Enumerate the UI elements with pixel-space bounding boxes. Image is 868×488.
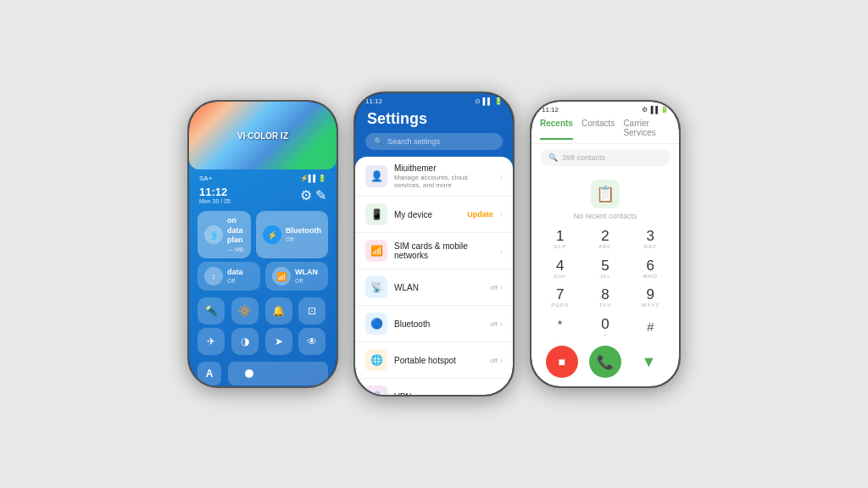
mobile-data-icon: ↕ xyxy=(204,267,223,286)
p2-time: 11:12 xyxy=(365,97,382,105)
bell-btn[interactable]: 🔔 xyxy=(265,297,292,324)
phone1-date: Mon 30 / 05 xyxy=(199,198,231,204)
eye-btn[interactable]: 👁 xyxy=(298,328,326,355)
dial-4[interactable]: 4 GHI xyxy=(538,255,581,283)
dialer-tabs: Recents Contacts Carrier Services xyxy=(531,115,679,144)
mydevice-info: My device xyxy=(394,210,460,219)
phone1-icon-row2: 🔦 🔆 🔔 ⊡ xyxy=(189,294,337,328)
dial-9[interactable]: 9 WXYZ xyxy=(629,284,672,312)
down-arrow-icon: ▼ xyxy=(641,353,656,371)
settings-item-hotspot[interactable]: 🌐 Portable hotspot off › xyxy=(355,342,513,379)
wlan-settings-icon: 📡 xyxy=(365,276,387,298)
wifi-icon: 📶 xyxy=(272,267,291,286)
miuithemer-title: Miuithemer xyxy=(394,164,493,173)
phone1-status-right: ⚡▌▌🔋 xyxy=(300,175,326,182)
chevron-right-icon-3: › xyxy=(500,247,503,256)
flashlight-btn[interactable]: 🔦 xyxy=(198,297,225,324)
search-icon: 🔍 xyxy=(374,137,383,146)
search-icon-phone3: 🔍 xyxy=(548,153,558,162)
settings-search[interactable]: 🔍 Search settings xyxy=(365,133,503,150)
phone1-status-bar: SA+ ⚡▌▌🔋 xyxy=(189,169,337,184)
dial-5[interactable]: 5 JKL xyxy=(583,255,626,283)
wlan-sub: Off xyxy=(295,277,318,285)
phone1-screen: SA+ ⚡▌▌🔋 11:12 Mon 30 / 05 ⚙ ✎ 💧 on data… xyxy=(189,102,337,388)
screen-btn[interactable]: ⊡ xyxy=(298,297,326,324)
dial-6[interactable]: 6 MNO xyxy=(629,255,672,283)
dial-hash[interactable]: # xyxy=(629,313,672,341)
tab-recents[interactable]: Recents xyxy=(540,119,573,140)
torch-btn[interactable]: 🔆 xyxy=(231,297,259,324)
settings-item-sim[interactable]: 📶 SIM cards & mobile networks › xyxy=(355,233,513,269)
dial-1[interactable]: 1 GLP xyxy=(538,225,581,253)
sim-icon: 📶 xyxy=(365,240,387,262)
phone3-status-bar: 11:12 ⚙ ▌▌🔋 xyxy=(531,102,679,115)
data-tile[interactable]: 💧 on data plan — MB xyxy=(198,211,251,258)
dial-8[interactable]: 8 TUV xyxy=(583,284,626,312)
end-call-button[interactable]: ■ xyxy=(546,346,578,378)
chevron-right-icon-5: › xyxy=(500,319,503,329)
settings-item-bluetooth[interactable]: 🔵 Bluetooth off › xyxy=(355,306,513,342)
vpn-title: VPN xyxy=(394,392,493,396)
bluetooth-tile-title: Bluetooth xyxy=(286,226,321,236)
data-tile-title: on data plan xyxy=(227,216,244,246)
phone2-screen: 11:12 ⊙ ▌▌ 🔋 Settings 🔍 Search settings … xyxy=(355,93,513,395)
wlan-settings-title: WLAN xyxy=(394,283,483,292)
settings-item-mydevice[interactable]: 📱 My device Update › xyxy=(355,197,513,233)
wlan-status: off › xyxy=(490,283,503,292)
bluetooth-settings-title: Bluetooth xyxy=(394,319,483,329)
phone1-action-icons: ⚙ ✎ xyxy=(300,187,326,203)
dial-star[interactable]: * , xyxy=(538,313,581,341)
settings-item-miuithemer[interactable]: 👤 Miuithemer Manage accounts, cloud serv… xyxy=(355,157,513,197)
hotspot-title: Portable hotspot xyxy=(394,356,483,365)
settings-icon[interactable]: ⚙ xyxy=(300,187,312,203)
call-icon: 📞 xyxy=(597,354,614,370)
location-btn[interactable]: ➤ xyxy=(265,328,292,355)
phone1-time-row: 11:12 Mon 30 / 05 ⚙ ✎ xyxy=(189,184,337,208)
chevron-right-icon-2: › xyxy=(500,210,503,219)
wlan-tile[interactable]: 📶 WLAN Off xyxy=(265,262,328,291)
dial-2[interactable]: 2 ABC xyxy=(583,225,626,253)
data-icon: 💧 xyxy=(204,225,223,244)
tab-carrier[interactable]: Carrier Services xyxy=(623,119,670,140)
data-tile-sub: — MB xyxy=(227,246,244,253)
settings-item-wlan[interactable]: 📡 WLAN off › xyxy=(355,269,513,306)
phone1-row2-tiles: ↕ data Off 📶 WLAN Off xyxy=(189,262,337,294)
dialer-bottom-bar: ■ 📞 ▼ xyxy=(531,341,679,386)
settings-item-vpn[interactable]: 🔒 VPN › xyxy=(355,379,513,395)
wlan-off-label: off xyxy=(490,284,498,291)
bluetooth-status: off › xyxy=(490,319,503,329)
a-button[interactable]: A xyxy=(198,362,221,385)
mydevice-icon: 📱 xyxy=(365,203,387,225)
dial-0[interactable]: 0 + xyxy=(583,313,626,341)
phone-2: 11:12 ⊙ ▌▌ 🔋 Settings 🔍 Search settings … xyxy=(353,92,515,396)
bluetooth-tile[interactable]: ⚡ Bluetooth Off xyxy=(256,211,328,258)
mobile-data-tile[interactable]: ↕ data Off xyxy=(198,262,260,291)
phone-1: SA+ ⚡▌▌🔋 11:12 Mon 30 / 05 ⚙ ✎ 💧 on data… xyxy=(187,100,338,388)
bluetooth-icon: ⚡ xyxy=(263,225,281,244)
display-btn[interactable]: ◑ xyxy=(231,328,259,355)
chevron-right-icon-4: › xyxy=(500,283,503,292)
contacts-search[interactable]: 🔍 398 contacts xyxy=(540,149,670,166)
p3-icons: ▌▌🔋 xyxy=(651,106,669,114)
hotspot-off-label: off xyxy=(490,357,498,364)
chevron-right-icon: › xyxy=(500,172,503,181)
dial-3[interactable]: 3 DEF xyxy=(629,225,672,253)
gear-status-icon: ⚙ xyxy=(642,106,648,114)
no-recent-text: No recent contacts xyxy=(573,212,637,220)
tab-contacts[interactable]: Contacts xyxy=(581,119,615,140)
search-placeholder-text: Search settings xyxy=(387,137,440,146)
update-badge: Update xyxy=(467,210,493,219)
down-arrow-area[interactable]: ▼ xyxy=(627,353,670,371)
dialpad: 1 GLP 2 ABC 3 DEF 4 GHI 5 JKL 6 MNO xyxy=(531,225,679,341)
bluetooth-settings-icon: 🔵 xyxy=(365,313,387,335)
chevron-right-icon-6: › xyxy=(500,356,503,365)
call-button[interactable]: 📞 xyxy=(589,346,621,378)
vpn-icon: 🔒 xyxy=(365,385,387,395)
edit-icon[interactable]: ✎ xyxy=(315,187,326,203)
dial-7[interactable]: 7 PQRS xyxy=(538,284,581,312)
contact-placeholder-icon: 📋 xyxy=(591,180,620,208)
brightness-slider[interactable] xyxy=(228,362,328,385)
search-placeholder-phone3: 398 contacts xyxy=(562,153,605,162)
phone1-status-left: SA+ xyxy=(199,175,212,182)
airplane-btn[interactable]: ✈ xyxy=(198,328,225,355)
